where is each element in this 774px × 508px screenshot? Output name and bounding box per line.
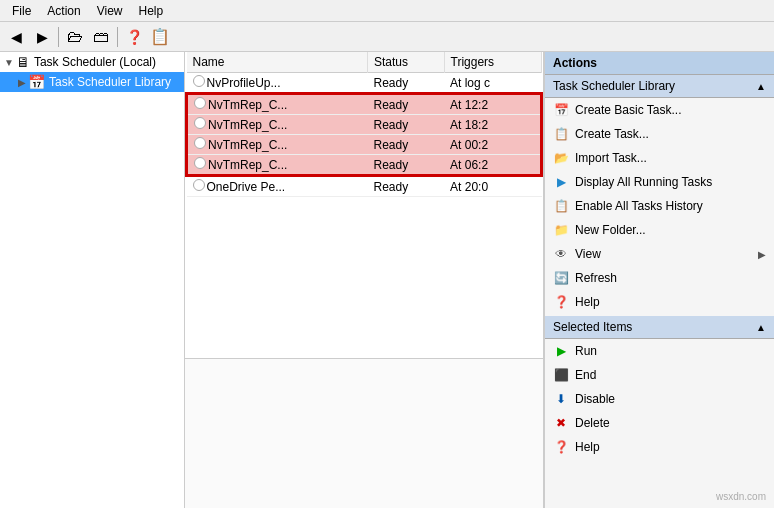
menu-action[interactable]: Action: [39, 2, 88, 20]
action-icon-create-basic: 📅: [553, 102, 569, 118]
tree-item-local[interactable]: ▼ 🖥 Task Scheduler (Local): [0, 52, 184, 72]
task-status-icon: [194, 97, 206, 109]
menu-help[interactable]: Help: [131, 2, 172, 20]
section-library-title: Task Scheduler Library: [553, 79, 675, 93]
task-status: Ready: [367, 176, 444, 197]
section-selected-title: Selected Items: [553, 320, 632, 334]
task-name: NvProfileUp...: [207, 76, 281, 90]
action-label-import-task: Import Task...: [575, 151, 647, 165]
action-icon-help: ❓: [553, 294, 569, 310]
action-label-end: End: [575, 368, 596, 382]
table-row[interactable]: NvProfileUp...ReadyAt log c: [187, 73, 542, 94]
section-selected-items: ▶Run⬛End⬇Disable✖Delete❓Help: [545, 339, 774, 459]
toolbar-folder[interactable]: 🗁: [63, 25, 87, 49]
toolbar: ◀ ▶ 🗁 🗃 ❓ 📋: [0, 22, 774, 52]
col-triggers[interactable]: Triggers: [444, 52, 541, 73]
toolbar-separator-2: [117, 27, 118, 47]
task-name: NvTmRep_C...: [208, 158, 287, 172]
action-create-basic[interactable]: 📅Create Basic Task...: [545, 98, 774, 122]
action-label-run: Run: [575, 344, 597, 358]
section-header-selected[interactable]: Selected Items ▲: [545, 316, 774, 339]
tree-item-library[interactable]: ▶ 📅 Task Scheduler Library: [0, 72, 184, 92]
action-icon-disable: ⬇: [553, 391, 569, 407]
toolbar-help[interactable]: ❓: [122, 25, 146, 49]
action-icon-help2: ❓: [553, 439, 569, 455]
center-panel: Name Status Triggers NvProfileUp...Ready…: [185, 52, 544, 508]
task-trigger: At 18:2: [444, 115, 541, 135]
task-name: NvTmRep_C...: [208, 98, 287, 112]
action-selected-end[interactable]: ⬛End: [545, 363, 774, 387]
task-name-cell: NvTmRep_C...: [187, 155, 368, 176]
action-selected-help2[interactable]: ❓Help: [545, 435, 774, 459]
task-name: NvTmRep_C...: [208, 118, 287, 132]
action-selected-disable[interactable]: ⬇Disable: [545, 387, 774, 411]
action-help[interactable]: ❓Help: [545, 290, 774, 314]
action-view[interactable]: 👁View▶: [545, 242, 774, 266]
action-label-enable-history: Enable All Tasks History: [575, 199, 703, 213]
task-trigger: At 00:2: [444, 135, 541, 155]
action-label-delete: Delete: [575, 416, 610, 430]
section-library-collapse-icon: ▲: [756, 81, 766, 92]
action-display-running[interactable]: ▶Display All Running Tasks: [545, 170, 774, 194]
task-name: OneDrive Pe...: [207, 180, 286, 194]
tree-panel: ▼ 🖥 Task Scheduler (Local) ▶ 📅 Task Sche…: [0, 52, 185, 508]
table-header-row: Name Status Triggers: [187, 52, 542, 73]
table-row[interactable]: OneDrive Pe...ReadyAt 20:0: [187, 176, 542, 197]
calendar-icon: 📅: [28, 74, 45, 90]
task-name-cell: NvTmRep_C...: [187, 135, 368, 155]
task-trigger: At 12:2: [444, 94, 541, 115]
action-create-task[interactable]: 📋Create Task...: [545, 122, 774, 146]
submenu-arrow-icon: ▶: [758, 249, 766, 260]
action-selected-delete[interactable]: ✖Delete: [545, 411, 774, 435]
toolbar-view[interactable]: 🗃: [89, 25, 113, 49]
task-status-icon: [194, 157, 206, 169]
action-label-disable: Disable: [575, 392, 615, 406]
action-label-create-task: Create Task...: [575, 127, 649, 141]
menu-file[interactable]: File: [4, 2, 39, 20]
toolbar-separator-1: [58, 27, 59, 47]
action-import-task[interactable]: 📂Import Task...: [545, 146, 774, 170]
action-icon-end: ⬛: [553, 367, 569, 383]
tree-label-library: Task Scheduler Library: [49, 75, 171, 89]
action-label-new-folder: New Folder...: [575, 223, 646, 237]
task-status: Ready: [367, 115, 444, 135]
section-library-items: 📅Create Basic Task...📋Create Task...📂Imp…: [545, 98, 774, 314]
toolbar-export[interactable]: 📋: [148, 25, 172, 49]
menu-view[interactable]: View: [89, 2, 131, 20]
task-status-icon: [193, 75, 205, 87]
menubar: File Action View Help: [0, 0, 774, 22]
table-row[interactable]: NvTmRep_C...ReadyAt 00:2: [187, 135, 542, 155]
section-header-library[interactable]: Task Scheduler Library ▲: [545, 75, 774, 98]
expand-icon-library: ▶: [18, 77, 26, 88]
col-status[interactable]: Status: [367, 52, 444, 73]
task-list-area: Name Status Triggers NvProfileUp...Ready…: [185, 52, 543, 358]
action-icon-display-running: ▶: [553, 174, 569, 190]
toolbar-forward[interactable]: ▶: [30, 25, 54, 49]
task-status-icon: [193, 179, 205, 191]
task-name-cell: OneDrive Pe...: [187, 176, 368, 197]
action-new-folder[interactable]: 📁New Folder...: [545, 218, 774, 242]
action-icon-new-folder: 📁: [553, 222, 569, 238]
action-selected-run[interactable]: ▶Run: [545, 339, 774, 363]
toolbar-back[interactable]: ◀: [4, 25, 28, 49]
action-enable-history[interactable]: 📋Enable All Tasks History: [545, 194, 774, 218]
watermark: wsxdn.com: [716, 491, 766, 502]
expand-icon-local: ▼: [4, 57, 14, 68]
action-label-create-basic: Create Basic Task...: [575, 103, 682, 117]
table-row[interactable]: NvTmRep_C...ReadyAt 18:2: [187, 115, 542, 135]
action-label-view: View: [575, 247, 601, 261]
action-icon-import-task: 📂: [553, 150, 569, 166]
action-icon-enable-history: 📋: [553, 198, 569, 214]
task-status: Ready: [367, 155, 444, 176]
task-trigger: At 20:0: [444, 176, 541, 197]
col-name[interactable]: Name: [187, 52, 368, 73]
task-table: Name Status Triggers NvProfileUp...Ready…: [185, 52, 543, 197]
section-selected-collapse-icon: ▲: [756, 322, 766, 333]
task-status: Ready: [367, 135, 444, 155]
task-status-icon: [194, 137, 206, 149]
action-refresh[interactable]: 🔄Refresh: [545, 266, 774, 290]
table-row[interactable]: NvTmRep_C...ReadyAt 12:2: [187, 94, 542, 115]
table-row[interactable]: NvTmRep_C...ReadyAt 06:2: [187, 155, 542, 176]
action-label-refresh: Refresh: [575, 271, 617, 285]
action-label-help2: Help: [575, 440, 600, 454]
